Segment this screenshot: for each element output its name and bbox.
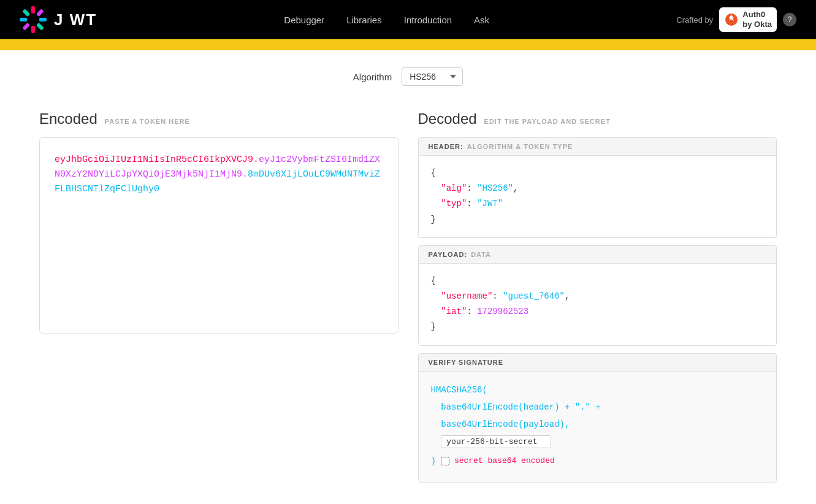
header-section-body[interactable]: { "alg": "HS256", "typ": "JWT" } [419,156,777,237]
payload-section: PAYLOAD: DATA { "username": "guest_7646"… [418,245,777,346]
navbar: J WT Debugger Libraries Introduction Ask… [0,0,816,39]
decoded-subtitle: EDIT THE PAYLOAD AND SECRET [484,118,611,125]
verify-line2: base64UrlEncode(header) + "." + [431,399,765,416]
verify-line1: HMACSHA256( [431,381,765,399]
payload-section-body[interactable]: { "username": "guest_7646", "iat": 17299… [419,264,777,345]
header-typ-key: "typ" [441,199,467,208]
header-typ-value: "JWT" [477,199,503,208]
navbar-right: Crafted by Auth0 by Okta ? [676,7,796,31]
verify-section-header: VERIFY SIGNATURE [419,354,777,372]
verify-line3: base64UrlEncode(payload), [431,416,765,433]
token-dot2: . [242,169,248,180]
logo-text: J WT [54,10,97,29]
encoded-subtitle: PASTE A TOKEN HERE [105,118,190,125]
secret-input[interactable] [441,435,551,448]
panel-encoded: Encoded PASTE A TOKEN HERE eyJhbGciOiJIU… [39,110,398,483]
help-button[interactable]: ? [783,13,796,26]
token-header-part: eyJhbGciOiJIUzI1NiIsInR5cCI6IkpXVCJ9 [55,155,253,165]
svg-rect-0 [31,6,35,13]
nav-link-libraries[interactable]: Libraries [346,15,382,25]
verify-section: VERIFY SIGNATURE HMACSHA256( base64UrlEn… [418,353,777,483]
svg-rect-4 [31,26,35,33]
auth0-badge: Auth0 by Okta [719,7,777,31]
svg-rect-5 [22,23,30,31]
payload-iat-key: "iat" [441,307,467,316]
nav-link-debugger[interactable]: Debugger [284,15,324,25]
svg-rect-2 [39,18,47,21]
nav-link-introduction[interactable]: Introduction [404,15,452,25]
header-alg-key: "alg" [441,183,467,193]
algorithm-select[interactable]: HS256 HS384 HS512 RS256 RS384 RS512 [402,67,463,86]
encoded-title-row: Encoded PASTE A TOKEN HERE [39,110,398,128]
algorithm-row: Algorithm HS256 HS384 HS512 RS256 RS384 … [0,50,816,96]
navbar-left: J WT [20,6,97,33]
algorithm-label: Algorithm [353,72,392,82]
verify-line4 [431,433,765,450]
crafted-by-label: Crafted by [676,15,713,25]
decoded-title: Decoded [418,110,477,128]
svg-rect-6 [20,18,27,21]
panel-decoded: Decoded EDIT THE PAYLOAD AND SECRET HEAD… [418,110,777,483]
token-dot1: . [253,155,259,165]
yellow-bar [0,39,816,50]
payload-label: PAYLOAD: [429,251,468,258]
encoded-title: Encoded [39,110,97,128]
verify-section-body: HMACSHA256( base64UrlEncode(header) + ".… [419,372,777,482]
payload-username-key: "username" [441,291,492,301]
header-section-header: HEADER: ALGORITHM & TOKEN TYPE [419,138,777,156]
svg-rect-7 [22,9,30,17]
main-content: Encoded PASTE A TOKEN HERE eyJhbGciOiJIU… [0,96,816,497]
auth0-label: Auth0 by Okta [742,10,772,29]
payload-username-value: "guest_7646" [503,291,565,301]
b64-encoded-checkbox[interactable] [441,457,449,465]
navbar-center: Debugger Libraries Introduction Ask [284,15,489,25]
header-sublabel: ALGORITHM & TOKEN TYPE [467,143,573,150]
header-label: HEADER: [429,143,463,150]
payload-section-header: PAYLOAD: DATA [419,246,777,264]
b64-encoded-label: secret base64 encoded [454,453,555,469]
token-box[interactable]: eyJhbGciOiJIUzI1NiIsInR5cCI6IkpXVCJ9.eyJ… [39,137,398,334]
decoded-title-row: Decoded EDIT THE PAYLOAD AND SECRET [418,110,777,130]
header-alg-value: "HS256" [477,183,513,193]
payload-sublabel: DATA [471,251,491,258]
header-section: HEADER: ALGORITHM & TOKEN TYPE { "alg": … [418,137,777,238]
auth0-logo-icon [724,12,739,27]
jwt-logo-icon [20,6,47,33]
verify-footer: ) secret base64 encoded [431,450,765,472]
svg-rect-1 [36,9,44,17]
nav-link-ask[interactable]: Ask [474,15,489,25]
payload-iat-value: 1729962523 [477,307,528,316]
svg-rect-3 [36,23,44,31]
